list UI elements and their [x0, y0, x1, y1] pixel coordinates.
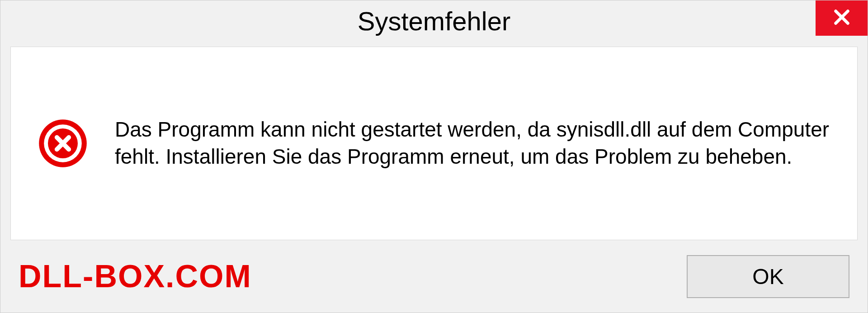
- error-message: Das Programm kann nicht gestartet werden…: [115, 116, 830, 171]
- error-icon: [38, 119, 88, 168]
- watermark-text: DLL-BOX.COM: [19, 258, 252, 294]
- error-dialog: Systemfehler Das Programm kann nicht ges…: [0, 0, 868, 313]
- dialog-title: Systemfehler: [358, 6, 510, 36]
- titlebar: Systemfehler: [0, 0, 868, 41]
- content-area: Das Programm kann nicht gestartet werden…: [10, 47, 858, 240]
- footer: DLL-BOX.COM OK: [0, 240, 868, 313]
- ok-button[interactable]: OK: [687, 255, 849, 298]
- ok-button-label: OK: [752, 264, 783, 289]
- close-icon: [831, 7, 852, 29]
- close-button[interactable]: [816, 0, 868, 36]
